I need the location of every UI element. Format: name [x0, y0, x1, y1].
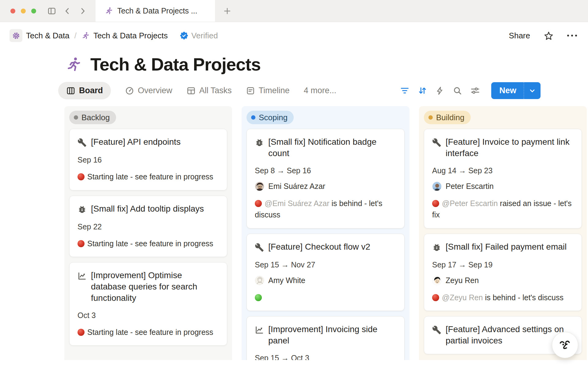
card-date: Sep 15 → Oct 3 [255, 354, 396, 360]
sort-icon[interactable] [418, 86, 427, 95]
breadcrumb-page[interactable]: Tech & Data Projects [93, 31, 168, 40]
avatar [432, 182, 442, 191]
card-smallfix-add-tooltip[interactable]: [Small fix] Add tooltip displays Sep 22 … [69, 196, 227, 257]
status-dot-blue [251, 115, 255, 120]
tab-overview[interactable]: Overview [125, 86, 172, 95]
breadcrumb: Tech & Data / Tech & Data Projects Verif… [9, 29, 218, 42]
assignee-row: Amy White [255, 276, 396, 285]
lightning-icon[interactable] [435, 86, 445, 95]
new-dropdown-button[interactable] [524, 82, 541, 99]
search-icon[interactable] [453, 86, 462, 95]
kanban-board: Backlog [Feature] API endpoints Sep 16 S… [0, 99, 588, 360]
red-circle-icon [255, 200, 262, 207]
status-dot-gray [74, 115, 78, 120]
card-improvement-optimise-db[interactable]: [Improvement] Optimise database queries … [69, 262, 227, 346]
red-circle-icon [77, 329, 85, 336]
window-minimize-button[interactable] [21, 9, 26, 13]
new-button-group: New [491, 82, 541, 99]
breadcrumb-separator: / [73, 31, 78, 40]
status-line: @Zeyu Ren is behind - let's discuss [432, 292, 574, 304]
filter-icon[interactable] [400, 86, 409, 95]
green-circle-icon [255, 294, 262, 301]
plus-icon [223, 7, 232, 15]
status-line: Starting late - see feature in progress [77, 238, 219, 250]
wrench-icon [432, 324, 446, 336]
column-header-backlog[interactable]: Backlog [69, 111, 116, 124]
assignee-name: Amy White [268, 276, 305, 285]
window-zoom-button[interactable] [31, 9, 36, 13]
card-date: Sep 17 → Sep 19 [432, 260, 574, 269]
nav-back-icon[interactable] [63, 7, 72, 15]
wrench-icon [432, 136, 446, 148]
chart-icon [255, 324, 268, 336]
avatar [255, 182, 264, 191]
column-scoping: Scoping [Small fix] Notification badge c… [242, 106, 409, 360]
tab-tech-data-projects[interactable]: Tech & Data Projects ... [96, 0, 215, 22]
card-date: Sep 8 → Sep 16 [255, 166, 396, 175]
column-header-scoping[interactable]: Scoping [247, 111, 294, 124]
card-smallfix-notification-badge[interactable]: [Small fix] Notification badge count Sep… [247, 129, 405, 228]
wrench-icon [77, 136, 91, 148]
document-icon [246, 86, 255, 95]
tab-timeline[interactable]: Timeline [246, 86, 290, 95]
page-icon-running-person[interactable] [65, 56, 82, 73]
nav-forward-icon[interactable] [78, 7, 87, 15]
bug-icon [432, 241, 446, 253]
card-improvement-invoicing-panel[interactable]: [Improvement] Invoicing side panel Sep 1… [247, 316, 405, 360]
card-date: Sep 15 → Nov 27 [255, 260, 396, 269]
assignee-name: Peter Escartin [446, 182, 494, 191]
tab-board[interactable]: Board [58, 82, 111, 99]
verified-badge: Verified [179, 31, 218, 40]
status-line: @Emi Suárez Azar is behind - let's discu… [255, 198, 396, 221]
column-header-building[interactable]: Building [424, 111, 471, 124]
notion-ai-button[interactable] [552, 332, 578, 358]
more-options-icon[interactable] [567, 35, 577, 36]
column-backlog: Backlog [Feature] API endpoints Sep 16 S… [64, 106, 232, 360]
card-date: Sep 22 [77, 222, 219, 231]
red-circle-icon [432, 294, 439, 301]
chevron-down-icon [528, 87, 536, 95]
assignee-row: Emi Suárez Azar [255, 182, 396, 191]
tab-all-tasks[interactable]: All Tasks [187, 86, 232, 95]
new-button[interactable]: New [491, 86, 524, 95]
view-settings-icon[interactable] [470, 86, 480, 95]
running-person-icon [105, 7, 113, 15]
chart-icon [77, 270, 91, 282]
status-line: Starting late - see feature in progress [77, 171, 219, 183]
red-circle-icon [77, 240, 85, 247]
red-circle-icon [432, 200, 439, 207]
red-circle-icon [77, 173, 85, 180]
status-dot-yellow [428, 115, 433, 120]
bug-icon [255, 136, 268, 148]
card-date: Oct 3 [77, 311, 219, 320]
breadcrumb-bar: Tech & Data / Tech & Data Projects Verif… [0, 22, 588, 49]
card-feature-invoice-payment-link[interactable]: [Feature] Invoice to payment link interf… [424, 129, 582, 228]
assignee-name: Zeyu Ren [446, 276, 479, 285]
avatar [255, 276, 264, 285]
card-feature-checkout-flow[interactable]: [Feature] Checkout flow v2 Sep 15 → Nov … [247, 234, 405, 311]
assignee-name: Emi Suárez Azar [268, 182, 325, 191]
status-line: Starting late - see feature in progress [77, 327, 219, 338]
card-smallfix-failed-payment-email[interactable]: [Small fix] Failed payment email Sep 17 … [424, 234, 582, 311]
wrench-icon [255, 241, 268, 253]
assignee-row: Peter Escartin [432, 182, 574, 191]
page-title: Tech & Data Projects [90, 54, 261, 75]
new-tab-button[interactable] [215, 0, 239, 22]
window-tab-bar: Tech & Data Projects ... [0, 0, 588, 22]
card-date: Sep 16 [77, 155, 219, 164]
card-feature-api-endpoints[interactable]: [Feature] API endpoints Sep 16 Starting … [69, 129, 227, 190]
window-close-button[interactable] [10, 9, 15, 13]
card-date: Aug 14 → Sep 23 [432, 166, 574, 175]
status-line: @Peter Escartin raised an issue - let's … [432, 198, 574, 221]
breadcrumb-workspace[interactable]: Tech & Data [26, 31, 70, 40]
table-icon [187, 86, 196, 95]
sidebar-toggle-icon[interactable] [47, 6, 56, 16]
status-line [255, 292, 396, 304]
workspace-gear-icon[interactable] [9, 29, 22, 42]
verified-label: Verified [191, 31, 218, 40]
share-button[interactable]: Share [509, 31, 530, 40]
bug-icon [77, 203, 91, 215]
favorite-star-icon[interactable] [544, 31, 554, 41]
verified-seal-icon [179, 31, 189, 40]
tab-more-views[interactable]: 4 more... [304, 86, 337, 95]
